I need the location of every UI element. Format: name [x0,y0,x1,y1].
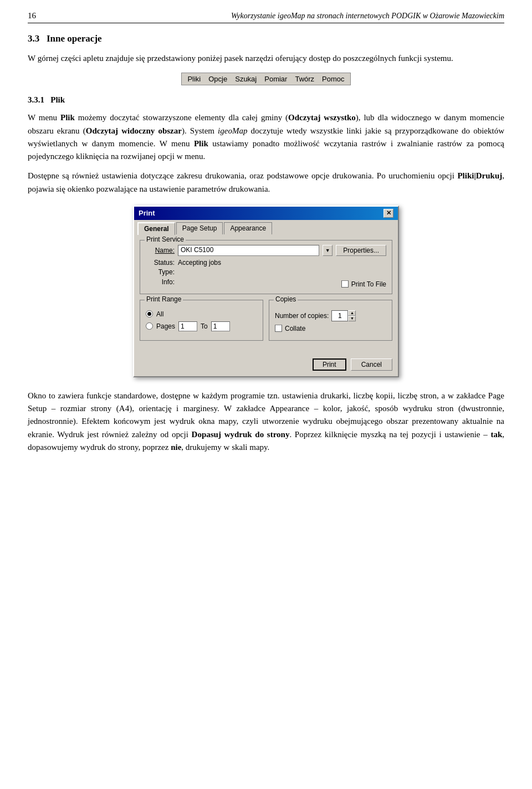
bottom-section: Print Range All Pages To [140,300,392,346]
dialog-footer: Print Cancel [134,355,398,376]
copies-number-row: Number of copies: ▲ ▼ [275,310,386,321]
type-row: Type: [146,268,386,276]
dialog-title: Print [139,209,155,217]
pages-radio-row: Pages To [146,321,257,331]
print-service-label: Print Service [145,235,186,243]
paragraph4: Okno to zawiera funkcje standardowe, dos… [28,390,504,454]
type-label: Type: [146,268,175,276]
menu-item-tworz[interactable]: Twórz [295,75,314,83]
paragraph2: W menu Plik możemy doczytać stowarzyszon… [28,111,504,163]
info-label: Info: [146,278,175,286]
properties-button[interactable]: Properties... [336,245,386,256]
subsection-heading: 3.3.1 Plik [28,95,504,105]
print-to-file-checkbox-row: Print To File [341,280,386,288]
status-label: Status: [146,259,175,267]
print-to-file-area: Print To File [341,280,386,288]
print-range-label: Print Range [145,295,183,303]
copies-input-area: ▲ ▼ [331,310,356,321]
dialog-body: Print Service Name: OKI C5100 ▼ Properti… [134,234,398,355]
print-button[interactable]: Print [313,358,346,371]
copies-group: Copies Number of copies: ▲ ▼ [269,300,392,341]
cancel-button[interactable]: Cancel [351,358,392,371]
spin-up-button[interactable]: ▲ [348,310,356,316]
menu-item-pliki[interactable]: Pliki [187,75,201,83]
dialog-tabs: General Page Setup Appearance [134,220,398,234]
tab-appearance[interactable]: Appearance [224,222,272,234]
pages-from-input[interactable] [178,321,197,331]
status-value: Accepting jobs [178,259,221,267]
tab-page-setup[interactable]: Page Setup [176,222,223,234]
section-heading: 3.3 Inne operacje [28,33,504,44]
tab-general[interactable]: General [137,222,175,235]
paragraph3: Dostępne są również ustawienia dotyczące… [28,170,504,196]
page-title-header: Wykorzystanie igeoMap na stronach intern… [231,12,504,21]
menu-item-pomiar[interactable]: Pomiar [264,75,287,83]
menu-bar-container: Pliki Opcje Szukaj Pomiar Twórz Pomoc [28,73,504,85]
paragraph1: W górnej części apletu znajduje się prze… [28,52,504,65]
menu-item-pomoc[interactable]: Pomoc [322,75,344,83]
copies-label: Copies [274,295,298,303]
close-button[interactable]: ✕ [383,209,393,218]
spin-buttons: ▲ ▼ [348,310,356,321]
print-range-group: Print Range All Pages To [140,300,263,341]
pages-radio[interactable] [146,322,153,330]
dialog-titlebar: Print ✕ [134,207,398,220]
page-number: 16 [28,11,36,21]
print-to-file-checkbox[interactable] [341,280,349,288]
spin-down-button[interactable]: ▼ [348,316,356,321]
to-label: To [201,322,208,330]
name-label: Name: [146,247,175,254]
status-row: Status: Accepting jobs [146,259,386,267]
pages-label: Pages [156,322,175,330]
all-radio[interactable] [146,310,153,317]
all-label: All [156,310,163,318]
print-dialog: Print ✕ General Page Setup Appearance Pr… [133,206,399,377]
info-row: Info: [146,278,178,286]
collate-label: Collate [285,325,305,332]
print-to-file-label: Print To File [351,280,386,288]
printer-name-input[interactable]: OKI C5100 [178,245,319,256]
copies-number-input[interactable] [331,310,348,321]
menu-item-szukaj[interactable]: Szukaj [235,75,257,83]
collate-checkbox-row: Collate [275,325,386,332]
menu-item-opcje[interactable]: Opcje [208,75,227,83]
all-radio-row: All [146,310,257,318]
dialog-container: Print ✕ General Page Setup Appearance Pr… [28,206,504,377]
name-row: Name: OKI C5100 ▼ Properties... [146,245,386,256]
dropdown-arrow-icon[interactable]: ▼ [323,245,332,256]
page-header: 16 Wykorzystanie igeoMap na stronach int… [28,11,504,23]
pages-to-input[interactable] [211,321,230,331]
number-of-copies-label: Number of copies: [275,312,329,320]
collate-checkbox[interactable] [275,325,282,332]
print-service-group: Print Service Name: OKI C5100 ▼ Properti… [140,240,392,294]
menu-bar: Pliki Opcje Szukaj Pomiar Twórz Pomoc [181,73,350,85]
